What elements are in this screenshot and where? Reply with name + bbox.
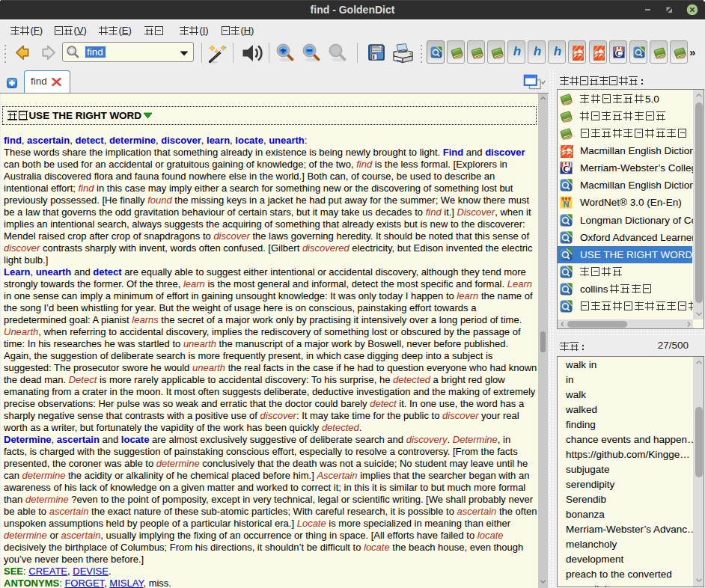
- svg-text:C: C: [616, 49, 622, 58]
- svg-text:C: C: [563, 164, 570, 174]
- svg-text:N: N: [564, 200, 570, 209]
